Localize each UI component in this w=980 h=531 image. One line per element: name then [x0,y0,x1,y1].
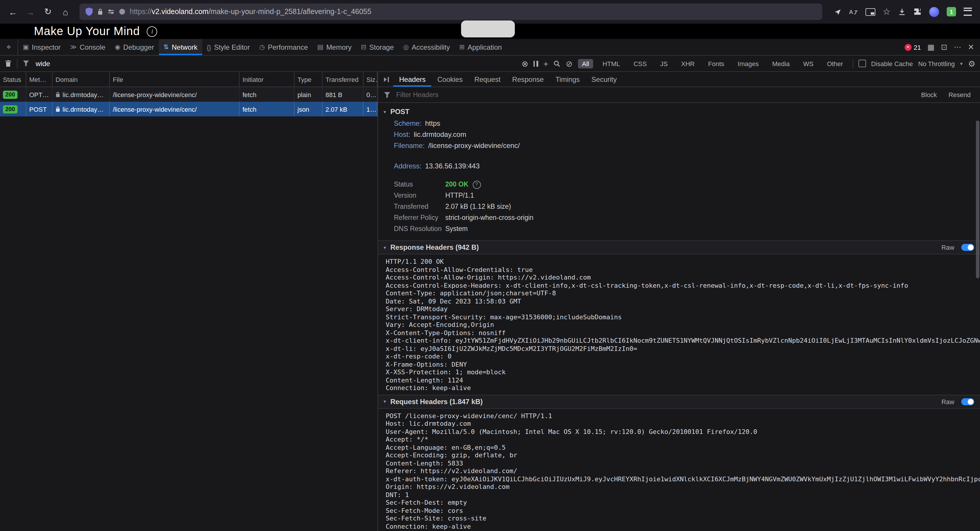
col-transferred[interactable]: Transferred [323,72,363,86]
pick-element-icon[interactable]: ⌖ [0,39,18,55]
search-icon[interactable] [554,60,560,67]
url-text: https://v2.videoland.com/make-up-your-mi… [130,8,371,16]
filter-pill-media[interactable]: Media [768,59,794,68]
block-button[interactable]: Block [918,90,940,99]
tab-network[interactable]: ⇅Network [159,39,202,55]
tab-cookies[interactable]: Cookies [431,72,469,86]
info-icon[interactable]: i [147,26,158,37]
clear-requests-icon[interactable] [5,60,12,67]
throttling-select[interactable]: No Throttling [918,60,955,67]
request-row[interactable]: 200 OPT… lic.drmtoday… /license-proxy-wi… [0,87,377,102]
collapse-details-icon[interactable] [378,72,393,86]
response-headers-section-header[interactable]: ▼ Response Headers (942 B) Raw [378,240,980,254]
error-icon: ✕ [904,43,912,51]
tab-performance[interactable]: ◷Performance [255,39,313,55]
extension-badge-icon[interactable]: 1 [947,7,956,16]
filter-headers-input[interactable] [395,91,913,99]
status-value: 200 OK [445,179,468,190]
filter-pill-fonts[interactable]: Fonts [704,59,729,68]
page-overlay-element [461,21,515,37]
col-method[interactable]: Met… [26,72,52,86]
network-settings-gear-icon[interactable]: ⚙ [968,59,975,68]
picture-in-picture-icon[interactable] [865,8,875,16]
close-devtools-icon[interactable]: ✕ [968,43,974,51]
filter-pill-ws[interactable]: WS [799,59,818,68]
tab-headers[interactable]: Headers [393,72,431,86]
url-bar[interactable]: https://v2.videoland.com/make-up-your-mi… [80,3,822,20]
tab-memory[interactable]: ▤Memory [313,39,356,55]
col-type[interactable]: Type [294,72,323,86]
help-icon[interactable]: ? [473,180,480,188]
translate-icon[interactable]: A [849,8,858,16]
request-table-header: Status Met… Domain File Initiator Type T… [0,72,377,87]
responsive-design-icon[interactable]: ⊡ [941,43,947,51]
col-domain[interactable]: Domain [52,72,110,86]
filter-pill-xhr[interactable]: XHR [677,59,698,68]
error-count-badge[interactable]: ✕21 [904,43,921,51]
col-initiator[interactable]: Initiator [240,72,294,86]
new-request-icon[interactable]: + [544,59,548,68]
details-tab-bar: Headers Cookies Request Response Timings… [378,72,980,87]
raw-toggle[interactable] [961,398,974,405]
tracking-protection-shield-icon[interactable] [85,8,93,16]
reload-button[interactable]: ↻ [41,5,55,19]
summary-referrer-policy: Referrer Policystrict-origin-when-cross-… [394,212,980,223]
bookmark-star-icon[interactable]: ☆ [883,6,891,17]
pause-recording-icon[interactable] [533,61,538,66]
method-cell: POST [26,102,52,116]
response-headers-raw-text: HTTP/1.1 200 OK Access-Control-Allow-Cre… [378,254,980,394]
tab-request[interactable]: Request [468,72,506,86]
filter-pill-all[interactable]: All [578,59,593,68]
request-blocking-icon[interactable]: ⊘ [566,59,573,68]
size-cell: 1… [363,102,377,116]
split-console-icon[interactable]: ▦ [928,43,935,51]
filter-pill-other[interactable]: Other [823,59,847,68]
scrollbar-thumb[interactable] [976,120,979,278]
back-button[interactable]: ← [6,5,20,19]
share-icon[interactable] [834,8,841,16]
size-cell: 0… [363,87,377,102]
request-filter-input[interactable] [35,59,101,68]
menu-icon[interactable] [964,8,972,16]
browser-window: ← → ↻ ⌂ https://v2.videoland.com/make-up… [0,0,980,531]
home-button[interactable]: ⌂ [59,5,72,19]
filter-pill-js[interactable]: JS [656,59,672,68]
file-cell: /license-proxy-widevine/cenc/ [110,102,240,116]
tab-console[interactable]: ≫Console [65,39,110,55]
lock-icon [56,106,60,112]
request-list-pane: Status Met… Domain File Initiator Type T… [0,72,378,531]
request-row-selected[interactable]: 200 POST lic.drmtoday… /license-proxy-wi… [0,102,377,116]
permissions-icon[interactable] [108,8,115,15]
more-options-icon[interactable]: ⋯ [954,43,961,51]
tab-response[interactable]: Response [506,72,550,86]
tab-style-editor[interactable]: {}Style Editor [202,39,255,55]
resend-button[interactable]: Resend [945,90,974,99]
tab-accessibility[interactable]: ◎Accessibility [399,39,455,55]
account-avatar[interactable] [929,7,939,17]
raw-toggle[interactable] [961,244,974,251]
filter-pill-images[interactable]: Images [734,59,763,68]
disable-cache-label[interactable]: Disable Cache [871,60,913,67]
tab-storage[interactable]: ⊟Storage [356,39,399,55]
tab-debugger[interactable]: ◉Debugger [110,39,159,55]
filter-pill-html[interactable]: HTML [598,59,624,68]
extensions-puzzle-icon[interactable] [913,8,921,16]
request-headers-section-header[interactable]: ▼ Request Headers (1.847 kB) Raw [378,394,980,408]
tab-security[interactable]: Security [585,72,623,86]
lock-icon[interactable] [98,8,103,15]
page-action-icon[interactable] [119,9,125,14]
tab-inspector[interactable]: ▣Inspector [18,39,65,55]
col-size[interactable]: Siz… [363,72,377,86]
disable-cache-checkbox[interactable] [858,60,866,67]
tab-timings[interactable]: Timings [550,72,585,86]
col-file[interactable]: File [110,72,240,86]
headers-filter-row: Block Resend [378,87,980,103]
col-status[interactable]: Status [0,72,26,86]
post-section-header[interactable]: ▼ POST [378,103,980,118]
section-arrow-icon: ▼ [383,399,387,403]
clear-filter-icon[interactable]: ⊗ [521,59,528,68]
filter-pill-css[interactable]: CSS [629,59,651,68]
downloads-icon[interactable] [898,8,906,16]
tab-application[interactable]: ⊞Application [455,39,507,55]
forward-button[interactable]: → [23,5,37,19]
